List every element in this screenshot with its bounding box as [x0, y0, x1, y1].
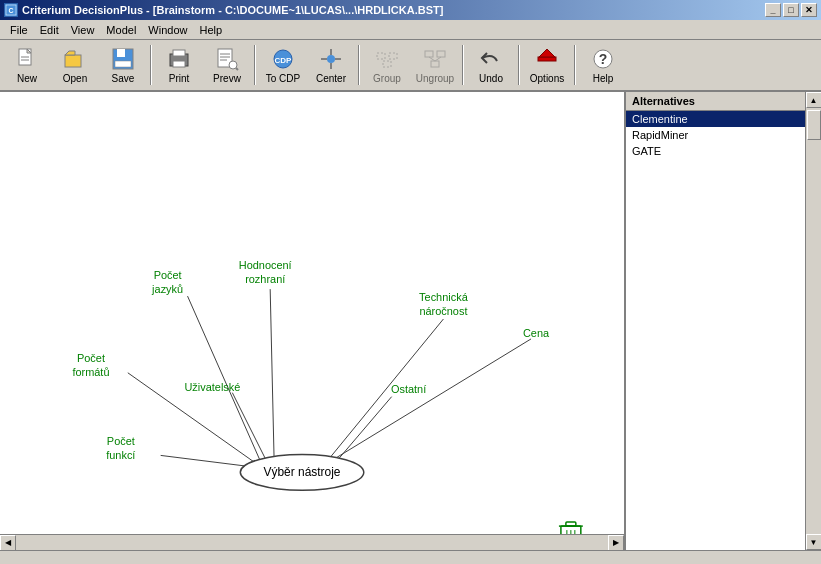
svg-text:CDP: CDP [275, 56, 293, 65]
svg-rect-7 [65, 55, 81, 67]
separator-3 [358, 45, 360, 85]
help-icon: ? [591, 47, 615, 71]
group-button[interactable]: Group [364, 42, 410, 88]
minimize-button[interactable]: _ [765, 3, 781, 17]
panel-header: Alternatives [626, 92, 805, 111]
center-icon [319, 47, 343, 71]
print-button[interactable]: Print [156, 42, 202, 88]
right-panel-container: Alternatives Clementine RapidMiner GATE … [626, 92, 821, 550]
open-icon [63, 47, 87, 71]
panel-item-rapidminer[interactable]: RapidMiner [626, 127, 805, 143]
panel-scroll[interactable]: Clementine RapidMiner GATE [626, 111, 805, 550]
toolbar: New Open Save [0, 40, 821, 92]
svg-text:Počet: Počet [154, 269, 182, 281]
svg-point-19 [229, 61, 237, 69]
save-icon [111, 47, 135, 71]
svg-text:náročnost: náročnost [419, 305, 467, 317]
svg-text:jazyků: jazyků [151, 283, 183, 295]
separator-1 [150, 45, 152, 85]
center-button[interactable]: Center [308, 42, 354, 88]
svg-line-20 [236, 68, 238, 70]
svg-rect-13 [173, 50, 185, 56]
svg-rect-29 [389, 53, 397, 59]
help-button[interactable]: ? Help [580, 42, 626, 88]
svg-line-35 [435, 57, 441, 61]
svg-text:Cena: Cena [523, 327, 550, 339]
menu-help[interactable]: Help [193, 22, 228, 38]
preview-icon [215, 47, 239, 71]
app-icon: C [4, 3, 18, 17]
svg-text:Počet: Počet [107, 435, 135, 447]
svg-rect-28 [377, 53, 385, 59]
svg-text:Uživatelské: Uživatelské [184, 381, 240, 393]
print-icon [167, 47, 191, 71]
svg-rect-31 [425, 51, 433, 57]
svg-line-47 [332, 339, 531, 460]
svg-rect-14 [173, 61, 185, 67]
new-icon [15, 47, 39, 71]
right-panel: Alternatives Clementine RapidMiner GATE [626, 92, 805, 550]
open-button[interactable]: Open [52, 42, 98, 88]
tocdp-icon: CDP [271, 47, 295, 71]
panel-item-clementine[interactable]: Clementine [626, 111, 805, 127]
mindmap-svg: Výběr nástroje Počet jazyků Hodnocení ro… [0, 92, 624, 550]
svg-text:Ostatní: Ostatní [391, 383, 426, 395]
v-scroll-down[interactable]: ▼ [806, 534, 822, 550]
svg-text:formátů: formátů [72, 366, 109, 378]
svg-text:Technická: Technická [419, 291, 469, 303]
svg-text:funkcí: funkcí [106, 449, 135, 461]
h-scroll-left[interactable]: ◀ [0, 535, 16, 551]
new-button[interactable]: New [4, 42, 50, 88]
save-button[interactable]: Save [100, 42, 146, 88]
svg-rect-33 [431, 61, 439, 67]
svg-rect-32 [437, 51, 445, 57]
separator-4 [462, 45, 464, 85]
window-title: Criterium DecisionPlus - [Brainstorm - C… [22, 4, 443, 16]
title-bar: C Criterium DecisionPlus - [Brainstorm -… [0, 0, 821, 20]
svg-line-41 [270, 289, 274, 462]
undo-icon [479, 47, 503, 71]
svg-text:Hodnocení: Hodnocení [239, 259, 292, 271]
svg-text:Počet: Počet [77, 352, 105, 364]
svg-text:?: ? [599, 51, 608, 67]
v-scrollbar[interactable]: ▲ ▼ [805, 92, 821, 550]
main-area: Výběr nástroje Počet jazyků Hodnocení ro… [0, 92, 821, 550]
svg-rect-10 [117, 49, 125, 57]
h-scroll-track[interactable] [16, 535, 608, 551]
separator-6 [574, 45, 576, 85]
options-button[interactable]: Options [524, 42, 570, 88]
ungroup-button[interactable]: Ungroup [412, 42, 458, 88]
svg-marker-8 [65, 51, 75, 55]
svg-line-34 [429, 57, 435, 61]
menu-window[interactable]: Window [142, 22, 193, 38]
title-bar-buttons: _ □ ✕ [765, 3, 817, 17]
h-scrollbar: ◀ ▶ [0, 534, 624, 550]
svg-rect-11 [115, 61, 131, 67]
v-scroll-thumb[interactable] [807, 110, 821, 140]
panel-item-gate[interactable]: GATE [626, 143, 805, 159]
v-scroll-track[interactable] [807, 108, 821, 534]
separator-2 [254, 45, 256, 85]
prevw-button[interactable]: Prevw [204, 42, 250, 88]
close-button[interactable]: ✕ [801, 3, 817, 17]
h-scroll-right[interactable]: ▶ [608, 535, 624, 551]
svg-text:rozhraní: rozhraní [245, 273, 285, 285]
menu-model[interactable]: Model [100, 22, 142, 38]
svg-text:C: C [8, 7, 13, 14]
menu-view[interactable]: View [65, 22, 101, 38]
svg-rect-65 [566, 522, 576, 526]
tocdp-button[interactable]: CDP To CDP [260, 42, 306, 88]
v-scroll-up[interactable]: ▲ [806, 92, 822, 108]
menu-edit[interactable]: Edit [34, 22, 65, 38]
menu-bar: File Edit View Model Window Help [0, 20, 821, 40]
group-icon [375, 47, 399, 71]
separator-5 [518, 45, 520, 85]
svg-text:Výběr nástroje: Výběr nástroje [264, 465, 341, 479]
restore-button[interactable]: □ [783, 3, 799, 17]
ungroup-icon [423, 47, 447, 71]
canvas-area[interactable]: Výběr nástroje Počet jazyků Hodnocení ro… [0, 92, 626, 550]
svg-rect-36 [538, 57, 556, 61]
undo-button[interactable]: Undo [468, 42, 514, 88]
svg-marker-37 [539, 49, 555, 57]
menu-file[interactable]: File [4, 22, 34, 38]
